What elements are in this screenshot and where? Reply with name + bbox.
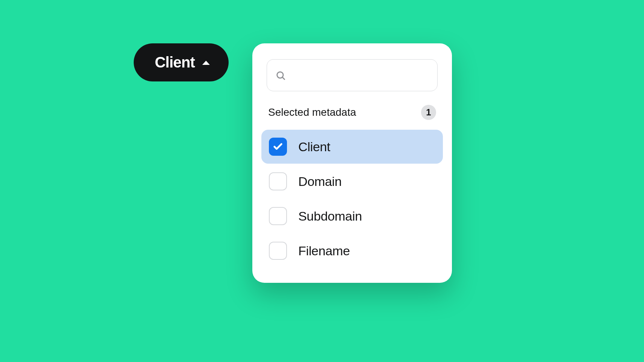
option-row-client[interactable]: Client (261, 130, 443, 164)
search-input[interactable] (292, 69, 435, 82)
options-list: Client Domain Subdomain Filename (261, 130, 443, 268)
caret-up-icon (202, 61, 210, 65)
option-label: Filename (298, 244, 350, 258)
option-row-domain[interactable]: Domain (261, 164, 443, 198)
filter-dropdown-label: Client (155, 54, 195, 71)
filter-dropdown-trigger[interactable]: Client (134, 43, 229, 81)
checkbox-filename[interactable] (269, 242, 287, 260)
checkmark-icon (273, 141, 283, 152)
option-label: Domain (298, 174, 342, 189)
checkbox-domain[interactable] (269, 172, 287, 190)
option-label: Client (298, 140, 330, 154)
checkbox-subdomain[interactable] (269, 207, 287, 225)
search-box[interactable] (267, 59, 438, 91)
search-icon (275, 70, 286, 81)
section-title: Selected metadata (268, 106, 356, 118)
option-row-subdomain[interactable]: Subdomain (261, 199, 443, 233)
filter-dropdown-panel: Selected metadata 1 Client Domain Subdom… (252, 43, 452, 283)
checkbox-client[interactable] (269, 138, 287, 156)
selected-count-badge: 1 (421, 105, 436, 120)
section-header: Selected metadata 1 (261, 105, 443, 130)
option-label: Subdomain (298, 209, 362, 224)
svg-line-1 (282, 77, 285, 79)
option-row-filename[interactable]: Filename (261, 234, 443, 268)
